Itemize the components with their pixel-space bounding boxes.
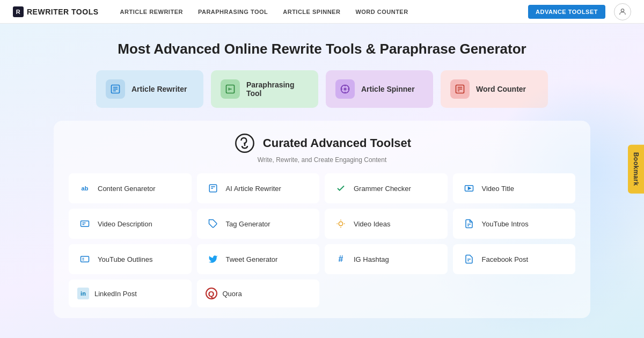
nav-article-rewriter[interactable]: ARTICLE REWRITER [120, 9, 183, 15]
top-tool-label: Article Spinner [361, 85, 415, 93]
nav-paraphrasing-tool[interactable]: PARAPHRASING TOOL [198, 9, 268, 15]
youtube-outlines-icon [77, 252, 92, 267]
paraphrasing-icon [221, 79, 240, 99]
svg-rect-25 [81, 221, 89, 227]
ai-article-rewriter-icon [206, 181, 221, 196]
top-tool-label: Article Rewriter [131, 85, 187, 93]
curated-header: Curated Advanced Toolset Write, Rewrite,… [69, 131, 575, 164]
grammar-checker-icon [333, 181, 348, 196]
tool-item-facebook-post[interactable]: Facebook Post [453, 244, 576, 274]
tool-item-quora[interactable]: Q Quora [197, 280, 320, 307]
tool-item-tag-generator[interactable]: Tag Generator [197, 209, 320, 239]
tool-item-linkedin-post[interactable]: in LinkedIn Post [69, 280, 192, 307]
top-tool-paraphrasing[interactable]: Paraphrasing Tool [211, 70, 318, 108]
tool-item-grammar-checker[interactable]: Grammer Checker [325, 173, 448, 203]
tool-item-label: Grammer Checker [354, 185, 411, 193]
tool-item-label: Video Title [482, 185, 514, 193]
logo-text: REWRITER TOOLS [27, 8, 99, 16]
svg-point-29 [339, 222, 343, 226]
tool-item-label: Quora [223, 290, 242, 298]
top-tool-label: Word Counter [476, 85, 526, 93]
page-title: Most Advanced Online Rewrite Tools & Par… [54, 41, 590, 57]
word-counter-icon [450, 79, 470, 99]
article-rewriter-icon [106, 79, 125, 99]
top-tool-article-rewriter[interactable]: Article Rewriter [96, 70, 203, 108]
spinner-icon [335, 79, 355, 99]
user-avatar[interactable] [614, 3, 631, 20]
quora-icon: Q [206, 288, 217, 299]
ig-hashtag-icon: # [333, 252, 348, 267]
video-description-icon [77, 216, 92, 231]
logo-icon: R [13, 6, 24, 17]
bookmark-tab[interactable]: Bookmark [628, 145, 644, 194]
tool-item-label: YouTube Outlines [98, 255, 152, 263]
tool-item-video-title[interactable]: Video Title [453, 173, 576, 203]
top-tool-spinner[interactable]: Article Spinner [326, 70, 433, 108]
tool-item-ig-hashtag[interactable]: # IG Hashtag [325, 244, 448, 274]
main-content: Most Advanced Online Rewrite Tools & Par… [0, 24, 644, 338]
tool-item-tweet-generator[interactable]: Tweet Generator [197, 244, 320, 274]
tool-item-label: Content Genaretor [98, 185, 156, 193]
curated-header-inner: Curated Advanced Toolset [233, 131, 411, 155]
tag-generator-icon [206, 216, 221, 231]
tool-item-youtube-outlines[interactable]: YouTube Outlines [69, 244, 192, 274]
linkedin-post-icon: in [77, 288, 89, 299]
tool-item-video-description[interactable]: Video Description [69, 209, 192, 239]
tweet-generator-icon [206, 252, 221, 267]
svg-marker-24 [468, 187, 471, 190]
video-ideas-icon [333, 216, 348, 231]
svg-point-9 [344, 88, 346, 90]
tool-item-label: Tweet Generator [226, 255, 278, 263]
nav-article-spinner[interactable]: ARTICLE SPINNER [283, 9, 340, 15]
curated-title: Curated Advanced Toolset [263, 136, 411, 150]
nav-word-counter[interactable]: WORD COUNTER [355, 9, 408, 15]
curated-section: Curated Advanced Toolset Write, Rewrite,… [54, 121, 590, 318]
top-tool-word-counter[interactable]: Word Counter [441, 70, 548, 108]
curated-subtitle: Write, Rewrite, and Create Engaging Cont… [258, 156, 387, 164]
content-generator-icon: ab [77, 181, 92, 196]
tool-item-label: YouTube Intros [482, 220, 529, 228]
tool-item-label: Tag Generator [226, 220, 270, 228]
tool-item-label: Facebook Post [482, 255, 529, 263]
youtube-intros-icon [462, 216, 477, 231]
tool-item-ai-article-rewriter[interactable]: AI Article Rewriter [197, 173, 320, 203]
navbar: R REWRITER TOOLS ARTICLE REWRITER PARAPH… [0, 0, 644, 24]
tools-grid: ab Content Genaretor AI Article Rewriter [69, 173, 575, 307]
video-title-icon [462, 181, 477, 196]
tool-item-label: Video Description [98, 220, 152, 228]
top-tool-label: Paraphrasing Tool [246, 80, 309, 98]
top-tools-row: Article Rewriter Paraphrasing Tool Artic… [54, 70, 590, 108]
curated-title-block: Curated Advanced Toolset [263, 136, 411, 150]
tool-item-label: AI Article Rewriter [226, 185, 281, 193]
brain-icon [233, 131, 257, 155]
tool-item-content-generator[interactable]: ab Content Genaretor [69, 173, 192, 203]
tool-item-label: LinkedIn Post [94, 290, 137, 298]
svg-rect-36 [81, 256, 89, 262]
facebook-post-icon [462, 252, 477, 267]
advance-toolset-button[interactable]: ADVANCE TOOLSET [528, 5, 605, 19]
tool-item-label: Video Ideas [354, 220, 390, 228]
svg-point-0 [621, 9, 624, 11]
logo[interactable]: R REWRITER TOOLS [13, 6, 99, 17]
navbar-links: ARTICLE REWRITER PARAPHRASING TOOL ARTIC… [120, 9, 529, 15]
tool-item-youtube-intros[interactable]: YouTube Intros [453, 209, 576, 239]
tool-item-video-ideas[interactable]: Video Ideas [325, 209, 448, 239]
tool-item-label: IG Hashtag [354, 255, 389, 263]
